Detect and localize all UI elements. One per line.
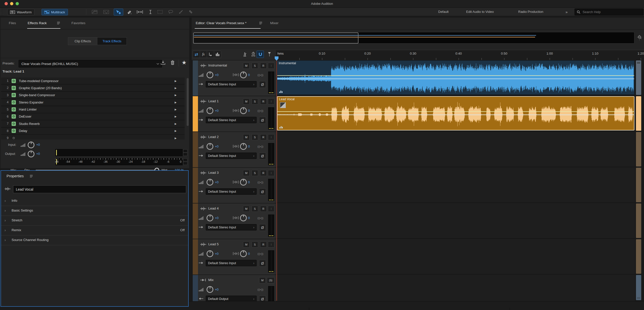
properties-section-row[interactable]: ›RemixOff — [1, 225, 188, 235]
track-header-lead-4[interactable]: Lead 4MSRI+00((•))Default Stereo Input›Ø — [193, 203, 276, 239]
time-selection-tool[interactable] — [146, 9, 155, 15]
properties-section-row[interactable]: ›Info — [1, 196, 188, 206]
track-lane-mix[interactable] — [276, 274, 635, 301]
track-fx-toggle[interactable]: fx — [200, 51, 207, 58]
track-name[interactable]: Lead 5 — [208, 242, 219, 246]
effect-slot-row[interactable]: 2Graphic Equalizer (20 Bands)▶ — [1, 85, 185, 91]
track-solo-button[interactable]: S — [252, 98, 258, 105]
toolbar-grip[interactable] — [0, 8, 4, 16]
effect-slot-row[interactable]: 5Hard Limiter▶ — [1, 106, 185, 113]
effect-slot-row[interactable]: 7Studio Reverb▶ — [1, 120, 185, 127]
razor-tool[interactable] — [125, 9, 134, 15]
track-header-lead-2[interactable]: Lead 2MSRI+00((•))Default Stereo Input›Ø — [193, 132, 276, 167]
track-mute-button[interactable]: M — [243, 63, 250, 69]
effect-power-icon[interactable] — [12, 93, 16, 97]
scrollbar-track-segment[interactable] — [636, 132, 641, 166]
scrollbar-track-segment[interactable] — [636, 203, 641, 238]
tab-effects-rack[interactable]: Effects Rack — [28, 21, 47, 25]
spectral-frequency-display-tool[interactable] — [90, 9, 99, 15]
track-solo-button[interactable]: S — [252, 170, 258, 176]
scrollbar-track-segment[interactable] — [636, 168, 641, 202]
input-routing-dropdown[interactable]: Default Stereo Input› — [206, 153, 257, 159]
pan-envelope-line[interactable] — [277, 115, 634, 115]
pan-value[interactable]: 0 — [248, 73, 250, 77]
input-routing-dropdown[interactable]: Default Stereo Input› — [206, 188, 257, 195]
clip-effects-toggle[interactable]: Clip Effects — [68, 37, 98, 45]
effect-slot-row[interactable]: 8Delay▶ — [1, 128, 185, 134]
chevron-right-icon[interactable]: › — [5, 218, 6, 222]
multitrack-view-button[interactable]: Multitrack — [42, 9, 68, 15]
properties-section-row[interactable]: ›Basic Settings — [1, 206, 188, 216]
favorite-star-icon[interactable]: ★ — [182, 59, 187, 66]
effect-expand-arrow[interactable]: ▶ — [175, 101, 177, 104]
scrollbar-track-segment[interactable] — [636, 96, 641, 131]
marquee-selection-tool[interactable] — [155, 9, 165, 15]
track-input-monitor-button[interactable]: I — [268, 170, 274, 176]
spectral-pitch-display-tool[interactable] — [102, 9, 111, 15]
input-routing-dropdown[interactable]: Default Stereo Input› — [206, 81, 257, 87]
track-io-toggle[interactable]: ⇄ — [193, 51, 200, 58]
volume-knob[interactable] — [207, 72, 213, 78]
track-solo-button[interactable]: S — [252, 134, 258, 140]
track-solo-button[interactable]: S — [252, 242, 258, 248]
track-name[interactable]: Lead 2 — [208, 135, 219, 139]
effect-expand-arrow[interactable]: ▶ — [175, 129, 177, 132]
properties-section-row[interactable]: ›StretchOff — [1, 216, 188, 226]
properties-panel-menu-icon[interactable] — [30, 175, 33, 178]
track-name[interactable]: Lead 1 — [208, 99, 219, 103]
chevron-right-icon[interactable]: › — [5, 238, 6, 242]
input-gain-knob[interactable] — [28, 142, 34, 148]
volume-envelope-line[interactable] — [277, 111, 634, 112]
volume-value[interactable]: +0 — [215, 73, 219, 77]
track-name[interactable]: Lead 3 — [208, 171, 219, 175]
track-eq-toggle[interactable] — [214, 51, 221, 58]
tab-editor[interactable]: Editor: Clear Vocals Preset.sesx * — [196, 21, 247, 25]
phase-invert-button[interactable]: Ø — [259, 296, 266, 301]
track-name[interactable]: Instrumental — [208, 63, 227, 67]
pan-knob[interactable] — [240, 250, 247, 257]
workspace-radio-production[interactable]: Radio Production — [518, 10, 543, 14]
track-input-monitor-button[interactable]: I — [268, 98, 274, 105]
track-mute-button[interactable]: M — [243, 170, 250, 176]
track-name[interactable]: Lead 4 — [208, 206, 219, 210]
track-lane-lead-1[interactable]: Lead Vocal — [276, 96, 635, 131]
track-effects-toggle[interactable]: Track Effects — [97, 37, 127, 45]
track-arm-record-button[interactable]: R — [260, 206, 267, 212]
output-gain-value[interactable]: +0 — [36, 152, 40, 156]
track-arm-record-button[interactable]: R — [260, 63, 267, 69]
scrollbar-track-segment[interactable] — [636, 60, 641, 95]
input-gain-value[interactable]: +0 — [36, 143, 40, 147]
track-mute-button[interactable]: M — [243, 98, 250, 105]
monitor-input-icon[interactable]: ((•)) — [258, 145, 264, 148]
volume-value[interactable]: +0 — [215, 109, 219, 113]
effect-expand-arrow[interactable]: ▶ — [175, 80, 177, 82]
navigator-viewport[interactable] — [193, 32, 358, 44]
phase-invert-button[interactable]: Ø — [259, 224, 266, 231]
pan-value[interactable]: 0 — [248, 109, 250, 113]
monitor-input-icon[interactable]: ((•)) — [258, 288, 264, 291]
tab-files[interactable]: Files — [9, 21, 16, 25]
track-header-instrumental[interactable]: InstrumentalMSRI+00((•))Default Stereo I… — [193, 60, 276, 96]
save-preset-icon[interactable] — [160, 60, 166, 65]
paintbrush-selection-tool[interactable] — [176, 9, 185, 15]
effect-power-icon[interactable] — [12, 100, 16, 105]
editor-panel-menu-icon[interactable] — [259, 22, 262, 24]
output-gain-knob[interactable] — [28, 151, 34, 157]
effect-power-icon[interactable] — [12, 107, 16, 112]
track-lane-lead-4[interactable] — [276, 203, 635, 239]
track-arm-record-button[interactable]: R — [260, 242, 267, 248]
track-name[interactable]: Mix — [208, 278, 214, 282]
volume-envelope-line[interactable] — [277, 75, 634, 76]
pan-value[interactable]: 0 — [248, 216, 250, 220]
effect-slot-row[interactable]: 4Stereo Expander▶ — [1, 99, 185, 106]
zoom-navigator[interactable] — [193, 32, 634, 44]
track-input-monitor-button[interactable]: I — [268, 206, 274, 212]
effect-expand-arrow[interactable]: ▶ — [175, 108, 177, 111]
properties-section-row[interactable]: ›Source Channel Routing — [1, 235, 188, 245]
track-scrollbar[interactable] — [636, 60, 641, 300]
preset-dropdown[interactable]: Clear Vocals Preset (BCHILL MUSIC) — [19, 60, 162, 67]
effect-expand-arrow[interactable]: ▶ — [175, 87, 177, 89]
track-mute-button[interactable]: M — [243, 206, 250, 212]
track-mute-button[interactable]: M — [259, 277, 266, 283]
track-input-monitor-button[interactable]: I — [268, 134, 274, 140]
